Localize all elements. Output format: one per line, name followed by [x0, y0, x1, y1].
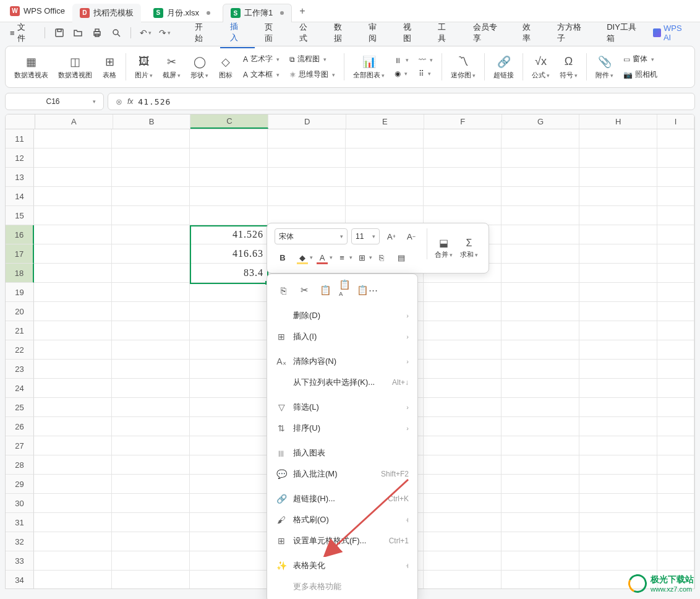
cell-F26[interactable] — [424, 417, 502, 436]
cell-F11[interactable] — [424, 129, 502, 149]
cell-B25[interactable] — [112, 398, 190, 417]
col-header-F[interactable]: F — [424, 114, 502, 129]
cell-C32[interactable] — [190, 532, 268, 551]
tab-insert[interactable]: 插入 — [220, 17, 255, 48]
tab-page[interactable]: 页面 — [255, 18, 289, 48]
cell-F22[interactable] — [424, 340, 502, 360]
cm-more[interactable]: 更多表格功能 — [267, 576, 417, 597]
row-header-28[interactable]: 28 — [6, 455, 34, 475]
cell-C15[interactable] — [190, 206, 268, 225]
cell-C33[interactable] — [190, 551, 268, 571]
cell-C19[interactable] — [190, 283, 268, 302]
cell-I18[interactable] — [657, 264, 694, 283]
cell-G27[interactable] — [502, 436, 579, 455]
cell-F30[interactable] — [424, 494, 502, 513]
cell-C31[interactable] — [190, 513, 268, 532]
cell-B18[interactable] — [112, 264, 190, 283]
cell-I27[interactable] — [657, 436, 694, 455]
tab-data[interactable]: 数据 — [324, 18, 359, 48]
cell-F21[interactable] — [424, 321, 502, 340]
mindmap-button[interactable]: ⚛思维导图▾ — [286, 68, 339, 81]
shrink-font-button[interactable]: A− — [403, 228, 419, 244]
cell-C23[interactable] — [190, 360, 268, 379]
cm-insert-comment[interactable]: 💬插入批注(M)Shift+F2 — [267, 463, 417, 485]
cell-C26[interactable] — [190, 417, 268, 436]
row-header-27[interactable]: 27 — [6, 436, 34, 455]
cell-A21[interactable] — [34, 321, 112, 340]
paste-opts-icon[interactable]: 📋⋯ — [360, 283, 375, 298]
textbox-button[interactable]: A文本框▾ — [239, 68, 283, 81]
cell-E12[interactable] — [346, 149, 424, 168]
merge-button[interactable]: ⬓ 合并▾ — [435, 228, 453, 268]
cell-F32[interactable] — [424, 532, 502, 551]
table-button[interactable]: ⊞表格 — [98, 54, 121, 80]
cm-filter[interactable]: ▽筛选(L)› — [267, 397, 417, 418]
row-header-24[interactable]: 24 — [6, 379, 34, 398]
copy-icon[interactable]: ⎘ — [276, 283, 291, 298]
cell-I29[interactable] — [657, 475, 694, 494]
cell-F12[interactable] — [424, 149, 502, 168]
cell-I15[interactable] — [657, 206, 694, 225]
cell-F24[interactable] — [424, 379, 502, 398]
cell-G16[interactable] — [502, 225, 579, 244]
cell-B20[interactable] — [112, 302, 190, 321]
cell-A33[interactable] — [34, 551, 112, 571]
cell-C24[interactable] — [190, 379, 268, 398]
cell-B32[interactable] — [112, 532, 190, 551]
cell-A20[interactable] — [34, 302, 112, 321]
cell-G28[interactable] — [502, 455, 579, 475]
cell-I26[interactable] — [657, 417, 694, 436]
row-header-26[interactable]: 26 — [6, 417, 34, 436]
cell-G14[interactable] — [502, 187, 579, 206]
cell-F25[interactable] — [424, 398, 502, 417]
col-header-B[interactable]: B — [113, 114, 191, 129]
cell-A28[interactable] — [34, 455, 112, 475]
cell-F28[interactable] — [424, 455, 502, 475]
pivot-chart-button[interactable]: ◫数据透视图 — [54, 54, 96, 80]
cm-beautify[interactable]: ✨表格美化⫞ — [267, 555, 417, 576]
row-header-30[interactable]: 30 — [6, 494, 34, 513]
cell-B24[interactable] — [112, 379, 190, 398]
col-header-A[interactable]: A — [35, 114, 113, 129]
file-menu[interactable]: ≡ 文件 — [5, 19, 37, 46]
col-header-I[interactable]: I — [657, 114, 694, 129]
chart-opt1[interactable]: ⫼ ▾ — [391, 54, 412, 66]
row-header-20[interactable]: 20 — [6, 302, 34, 321]
form-button[interactable]: ▭窗体▾ — [620, 53, 661, 66]
cell-C11[interactable] — [190, 129, 268, 149]
cell-C18[interactable]: 83.4 — [190, 264, 268, 283]
cell-I16[interactable] — [657, 225, 694, 244]
row-header-14[interactable]: 14 — [6, 187, 34, 206]
cell-E11[interactable] — [346, 129, 424, 149]
cell-G23[interactable] — [502, 360, 579, 379]
cell-G32[interactable] — [502, 532, 579, 551]
paste-icon[interactable]: 📋 — [318, 283, 333, 298]
cell-B15[interactable] — [112, 206, 190, 225]
cell-B29[interactable] — [112, 475, 190, 494]
formula-input[interactable]: ⊗ fx 41.526 — [108, 93, 695, 110]
cell-H11[interactable] — [579, 129, 657, 149]
shapes-button[interactable]: ◯形状▾ — [187, 54, 212, 80]
row-header-23[interactable]: 23 — [6, 360, 34, 379]
fx-icon[interactable]: fx — [127, 97, 133, 106]
tab-ffgz[interactable]: 方方格子 — [547, 18, 597, 48]
hyperlink-button[interactable]: 🔗超链接 — [490, 54, 518, 80]
cell-F20[interactable] — [424, 302, 502, 321]
cell-A30[interactable] — [34, 494, 112, 513]
align-button[interactable]: ≡▾ — [334, 249, 350, 265]
row-header-21[interactable]: 21 — [6, 321, 34, 340]
cell-B30[interactable] — [112, 494, 190, 513]
flowchart-button[interactable]: ⧉流程图▾ — [286, 53, 339, 66]
font-select[interactable]: 宋体▾ — [275, 228, 348, 244]
cell-H31[interactable] — [579, 513, 657, 532]
cell-C21[interactable] — [190, 321, 268, 340]
row-header-15[interactable]: 15 — [6, 206, 34, 225]
tab-review[interactable]: 审阅 — [359, 18, 393, 48]
cell-C34[interactable] — [190, 571, 268, 589]
chart-opt3[interactable]: 〰 ▾ — [415, 54, 437, 66]
cell-B16[interactable] — [112, 225, 190, 244]
cell-G22[interactable] — [502, 340, 579, 360]
select-all-corner[interactable] — [6, 114, 35, 129]
row-header-31[interactable]: 31 — [6, 513, 34, 532]
open-icon[interactable] — [71, 25, 85, 40]
